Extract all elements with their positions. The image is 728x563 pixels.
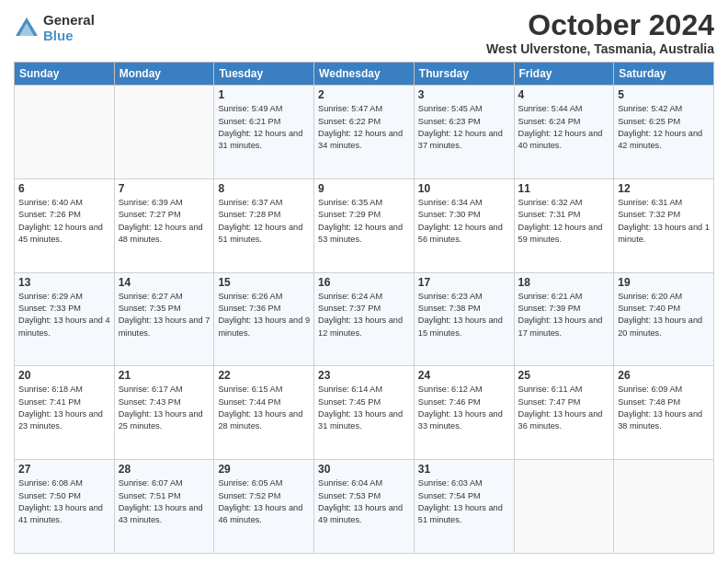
- calendar-week-row: 1Sunrise: 5:49 AM Sunset: 6:21 PM Daylig…: [15, 86, 714, 179]
- calendar-cell: 29Sunrise: 6:05 AM Sunset: 7:52 PM Dayli…: [214, 460, 314, 554]
- day-info: Sunrise: 6:07 AM Sunset: 7:51 PM Dayligh…: [119, 477, 210, 526]
- day-number: 1: [218, 88, 310, 101]
- day-number: 19: [618, 276, 710, 289]
- day-info: Sunrise: 6:40 AM Sunset: 7:26 PM Dayligh…: [18, 197, 110, 246]
- day-number: 20: [18, 369, 110, 382]
- day-info: Sunrise: 6:21 AM Sunset: 7:39 PM Dayligh…: [518, 291, 610, 339]
- calendar-table: Sunday Monday Tuesday Wednesday Thursday…: [14, 62, 714, 554]
- logo-icon: [14, 16, 40, 41]
- day-info: Sunrise: 5:47 AM Sunset: 6:22 PM Dayligh…: [318, 103, 410, 152]
- calendar-cell: 10Sunrise: 6:34 AM Sunset: 7:30 PM Dayli…: [414, 178, 514, 272]
- day-info: Sunrise: 6:04 AM Sunset: 7:53 PM Dayligh…: [318, 477, 410, 526]
- calendar-cell: 13Sunrise: 6:29 AM Sunset: 7:33 PM Dayli…: [15, 272, 115, 366]
- title-block: October 2024 West Ulverstone, Tasmania, …: [486, 9, 714, 56]
- day-number: 28: [119, 463, 210, 476]
- calendar-cell: 3Sunrise: 5:45 AM Sunset: 6:23 PM Daylig…: [414, 86, 514, 179]
- calendar-week-row: 13Sunrise: 6:29 AM Sunset: 7:33 PM Dayli…: [15, 272, 714, 366]
- day-number: 10: [418, 182, 510, 195]
- calendar-cell: 20Sunrise: 6:18 AM Sunset: 7:41 PM Dayli…: [15, 366, 115, 460]
- day-number: 17: [418, 276, 510, 289]
- calendar-cell: [614, 460, 714, 554]
- calendar-cell: 21Sunrise: 6:17 AM Sunset: 7:43 PM Dayli…: [114, 366, 214, 460]
- col-saturday: Saturday: [614, 63, 714, 86]
- day-info: Sunrise: 6:39 AM Sunset: 7:27 PM Dayligh…: [119, 197, 210, 246]
- calendar-cell: 16Sunrise: 6:24 AM Sunset: 7:37 PM Dayli…: [314, 272, 415, 366]
- calendar-cell: 4Sunrise: 5:44 AM Sunset: 6:24 PM Daylig…: [514, 86, 614, 179]
- day-info: Sunrise: 6:31 AM Sunset: 7:32 PM Dayligh…: [618, 197, 710, 246]
- calendar-cell: 2Sunrise: 5:47 AM Sunset: 6:22 PM Daylig…: [314, 86, 415, 179]
- day-number: 29: [218, 463, 310, 476]
- calendar-cell: 9Sunrise: 6:35 AM Sunset: 7:29 PM Daylig…: [314, 178, 415, 272]
- day-number: 12: [618, 182, 710, 195]
- day-number: 4: [518, 88, 610, 101]
- col-tuesday: Tuesday: [214, 63, 314, 86]
- day-info: Sunrise: 6:35 AM Sunset: 7:29 PM Dayligh…: [318, 197, 410, 246]
- calendar-cell: 7Sunrise: 6:39 AM Sunset: 7:27 PM Daylig…: [114, 178, 214, 272]
- calendar-cell: [15, 86, 115, 179]
- day-info: Sunrise: 5:44 AM Sunset: 6:24 PM Dayligh…: [518, 103, 610, 152]
- day-info: Sunrise: 6:27 AM Sunset: 7:35 PM Dayligh…: [119, 291, 210, 339]
- day-number: 26: [618, 369, 710, 382]
- calendar-week-row: 6Sunrise: 6:40 AM Sunset: 7:26 PM Daylig…: [15, 178, 714, 272]
- day-number: 31: [418, 463, 510, 476]
- day-info: Sunrise: 6:05 AM Sunset: 7:52 PM Dayligh…: [218, 477, 310, 526]
- day-info: Sunrise: 6:15 AM Sunset: 7:44 PM Dayligh…: [218, 384, 310, 432]
- col-sunday: Sunday: [15, 63, 115, 86]
- day-number: 11: [518, 182, 610, 195]
- day-info: Sunrise: 6:32 AM Sunset: 7:31 PM Dayligh…: [518, 197, 610, 246]
- subtitle: West Ulverstone, Tasmania, Australia: [486, 41, 714, 56]
- col-friday: Friday: [514, 63, 614, 86]
- logo-text: General Blue: [43, 13, 95, 43]
- page: General Blue October 2024 West Ulverston…: [0, 0, 728, 563]
- day-info: Sunrise: 5:42 AM Sunset: 6:25 PM Dayligh…: [618, 103, 710, 152]
- calendar-cell: 8Sunrise: 6:37 AM Sunset: 7:28 PM Daylig…: [214, 178, 314, 272]
- day-info: Sunrise: 6:09 AM Sunset: 7:48 PM Dayligh…: [618, 384, 710, 432]
- day-info: Sunrise: 5:49 AM Sunset: 6:21 PM Dayligh…: [218, 103, 310, 152]
- day-info: Sunrise: 6:14 AM Sunset: 7:45 PM Dayligh…: [318, 384, 410, 432]
- header: General Blue October 2024 West Ulverston…: [14, 9, 714, 56]
- day-number: 14: [119, 276, 210, 289]
- calendar-cell: 5Sunrise: 5:42 AM Sunset: 6:25 PM Daylig…: [614, 86, 714, 179]
- calendar-header-row: Sunday Monday Tuesday Wednesday Thursday…: [15, 63, 714, 86]
- day-info: Sunrise: 6:12 AM Sunset: 7:46 PM Dayligh…: [418, 384, 510, 432]
- month-title: October 2024: [486, 9, 714, 41]
- day-info: Sunrise: 6:23 AM Sunset: 7:38 PM Dayligh…: [418, 291, 510, 339]
- col-monday: Monday: [114, 63, 214, 86]
- calendar-week-row: 27Sunrise: 6:08 AM Sunset: 7:50 PM Dayli…: [15, 460, 714, 554]
- calendar-cell: 30Sunrise: 6:04 AM Sunset: 7:53 PM Dayli…: [314, 460, 415, 554]
- day-number: 7: [119, 182, 210, 195]
- day-number: 30: [318, 463, 410, 476]
- col-thursday: Thursday: [414, 63, 514, 86]
- day-number: 6: [18, 182, 110, 195]
- day-info: Sunrise: 6:18 AM Sunset: 7:41 PM Dayligh…: [18, 384, 110, 432]
- day-info: Sunrise: 6:26 AM Sunset: 7:36 PM Dayligh…: [218, 291, 310, 339]
- calendar-cell: 23Sunrise: 6:14 AM Sunset: 7:45 PM Dayli…: [314, 366, 415, 460]
- calendar-cell: 22Sunrise: 6:15 AM Sunset: 7:44 PM Dayli…: [214, 366, 314, 460]
- day-number: 3: [418, 88, 510, 101]
- logo-blue: Blue: [43, 29, 95, 44]
- calendar-cell: [114, 86, 214, 179]
- day-info: Sunrise: 6:24 AM Sunset: 7:37 PM Dayligh…: [318, 291, 410, 339]
- calendar-cell: 24Sunrise: 6:12 AM Sunset: 7:46 PM Dayli…: [414, 366, 514, 460]
- day-number: 25: [518, 369, 610, 382]
- day-number: 18: [518, 276, 610, 289]
- day-number: 8: [218, 182, 310, 195]
- calendar-cell: 1Sunrise: 5:49 AM Sunset: 6:21 PM Daylig…: [214, 86, 314, 179]
- day-info: Sunrise: 6:29 AM Sunset: 7:33 PM Dayligh…: [18, 291, 110, 339]
- day-number: 15: [218, 276, 310, 289]
- day-info: Sunrise: 6:08 AM Sunset: 7:50 PM Dayligh…: [18, 477, 110, 526]
- calendar-cell: 26Sunrise: 6:09 AM Sunset: 7:48 PM Dayli…: [614, 366, 714, 460]
- calendar-week-row: 20Sunrise: 6:18 AM Sunset: 7:41 PM Dayli…: [15, 366, 714, 460]
- calendar-cell: 15Sunrise: 6:26 AM Sunset: 7:36 PM Dayli…: [214, 272, 314, 366]
- calendar-cell: 28Sunrise: 6:07 AM Sunset: 7:51 PM Dayli…: [114, 460, 214, 554]
- day-number: 13: [18, 276, 110, 289]
- col-wednesday: Wednesday: [314, 63, 415, 86]
- calendar-cell: 19Sunrise: 6:20 AM Sunset: 7:40 PM Dayli…: [614, 272, 714, 366]
- calendar-cell: 18Sunrise: 6:21 AM Sunset: 7:39 PM Dayli…: [514, 272, 614, 366]
- calendar-cell: 25Sunrise: 6:11 AM Sunset: 7:47 PM Dayli…: [514, 366, 614, 460]
- day-number: 22: [218, 369, 310, 382]
- day-info: Sunrise: 6:34 AM Sunset: 7:30 PM Dayligh…: [418, 197, 510, 246]
- calendar-cell: [514, 460, 614, 554]
- day-number: 27: [18, 463, 110, 476]
- calendar-cell: 14Sunrise: 6:27 AM Sunset: 7:35 PM Dayli…: [114, 272, 214, 366]
